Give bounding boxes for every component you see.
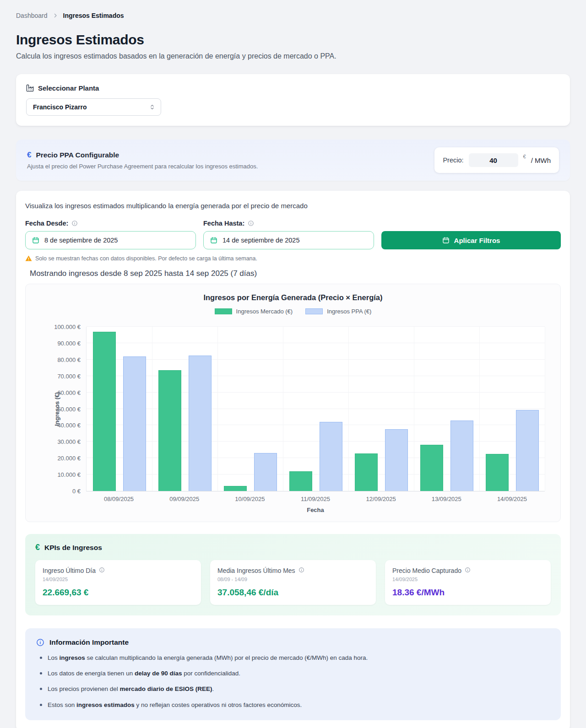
kpi-label-row: Media Ingresos Último Mes xyxy=(217,566,369,575)
info-bullet: Los datos de energía tienen un delay de … xyxy=(40,669,550,678)
bar-mercado[interactable] xyxy=(420,445,443,491)
bar-group xyxy=(479,327,545,491)
ppa-description: Ajusta el precio del Power Purchase Agre… xyxy=(27,163,258,170)
bar-group xyxy=(217,327,283,491)
info-icon[interactable] xyxy=(99,566,105,575)
legend-item-0[interactable]: Ingresos Mercado (€) xyxy=(215,308,293,315)
y-axis-tick-label: 60.000 € xyxy=(57,389,81,396)
page-title: Ingresos Estimados xyxy=(16,32,570,48)
kpi-title: KPIs de Ingresos xyxy=(44,544,102,552)
x-axis-tick-label: 12/09/2025 xyxy=(348,496,414,502)
legend-item-1[interactable]: Ingresos PPA (€) xyxy=(305,308,371,315)
kpi-value: 18.36 €/MWh xyxy=(392,588,543,598)
warning-icon xyxy=(25,255,32,262)
bar-group xyxy=(87,327,152,491)
euro-icon: € xyxy=(27,151,31,160)
ppa-title: Precio PPA Configurable xyxy=(36,151,119,159)
y-axis-tick-label: 100.000 € xyxy=(54,324,81,330)
kpi-label-row: Ingreso Último Día xyxy=(43,566,194,575)
chart-x-labels: 08/09/202509/09/202510/09/202511/09/2025… xyxy=(86,496,545,502)
info-icon[interactable] xyxy=(71,220,78,226)
date-from-input[interactable]: 8 de septiembre de 2025 xyxy=(25,231,196,249)
chart-bars xyxy=(87,327,545,491)
legend-label: Ingresos PPA (€) xyxy=(327,308,371,315)
date-to-input[interactable]: 14 de septiembre de 2025 xyxy=(203,231,374,249)
factory-icon xyxy=(26,84,34,92)
bar-ppa[interactable] xyxy=(450,421,473,491)
main-card: Visualiza los ingresos estimados multipl… xyxy=(16,191,570,728)
bar-ppa[interactable] xyxy=(254,453,277,491)
y-axis-tick-label: 20.000 € xyxy=(57,455,81,462)
date-to-label-row: Fecha Hasta: xyxy=(203,220,374,227)
plant-selector-label: Seleccionar Planta xyxy=(38,84,99,92)
bar-ppa[interactable] xyxy=(320,422,342,491)
kpi-header: € KPIs de Ingresos xyxy=(35,543,551,552)
bar-group xyxy=(152,327,217,491)
bar-mercado[interactable] xyxy=(224,486,247,491)
date-to-label: Fecha Hasta: xyxy=(203,220,244,227)
kpi-label: Media Ingresos Último Mes xyxy=(217,567,295,574)
y-axis-tick-label: 90.000 € xyxy=(57,340,81,346)
bar-mercado[interactable] xyxy=(486,454,509,491)
bar-ppa[interactable] xyxy=(516,410,539,491)
breadcrumb-dashboard[interactable]: Dashboard xyxy=(16,12,48,19)
y-axis-tick-label: 70.000 € xyxy=(57,372,81,379)
date-from-value: 8 de septiembre de 2025 xyxy=(44,237,118,244)
chart-legend: Ingresos Mercado (€)Ingresos PPA (€) xyxy=(32,308,554,315)
bar-ppa[interactable] xyxy=(385,429,408,491)
y-axis-tick-label: 40.000 € xyxy=(57,422,81,429)
bar-mercado[interactable] xyxy=(289,471,312,491)
date-from-label: Fecha Desde: xyxy=(25,220,68,227)
kpi-panel: € KPIs de Ingresos Ingreso Último Día14/… xyxy=(25,534,561,615)
kpi-label: Ingreso Último Día xyxy=(43,567,96,574)
ppa-text: € Precio PPA Configurable Ajusta el prec… xyxy=(27,151,258,170)
info-title: Información Importante xyxy=(49,638,129,647)
kpi-period: 14/09/2025 xyxy=(43,577,194,582)
filter-warning-text: Solo se muestran fechas con datos dispon… xyxy=(35,255,257,262)
price-label: Precio: xyxy=(443,156,463,164)
bar-group xyxy=(348,327,414,491)
y-axis-tick-label: 30.000 € xyxy=(57,438,81,445)
info-icon[interactable] xyxy=(465,566,471,575)
info-icon[interactable] xyxy=(248,220,254,226)
ppa-title-row: € Precio PPA Configurable xyxy=(27,151,258,160)
plant-select[interactable]: Francisco Pizarro xyxy=(26,98,161,116)
breadcrumb-current: Ingresos Estimados xyxy=(63,12,124,19)
chart-title: Ingresos por Energía Generada (Precio × … xyxy=(32,293,554,302)
bar-mercado[interactable] xyxy=(93,332,116,491)
plant-selector-card: Seleccionar Planta Francisco Pizarro xyxy=(16,74,570,126)
chevron-right-icon xyxy=(53,13,58,18)
kpi-card-0: Ingreso Último Día14/09/202522.669,63 € xyxy=(35,560,201,605)
legend-swatch xyxy=(215,308,232,314)
kpi-label: Precio Medio Capturado xyxy=(392,567,461,574)
bar-ppa[interactable] xyxy=(189,356,212,491)
date-to-value: 14 de septiembre de 2025 xyxy=(222,237,300,244)
y-axis-tick-label: 50.000 € xyxy=(57,405,81,412)
bar-group xyxy=(283,327,348,491)
ppa-price-box: Precio: € / MWh xyxy=(434,147,559,173)
x-axis-tick-label: 11/09/2025 xyxy=(282,496,348,502)
x-axis-title: Fecha xyxy=(86,507,545,513)
info-icon[interactable] xyxy=(298,566,304,575)
select-chevrons-icon xyxy=(149,103,155,111)
x-axis-tick-label: 14/09/2025 xyxy=(479,496,545,502)
kpi-period: 14/09/2025 xyxy=(392,577,543,582)
info-bullet: Los ingresos se calculan multiplicando l… xyxy=(40,654,550,662)
filters: Fecha Desde: Fecha Hasta: 8 de septiembr… xyxy=(25,220,561,249)
bar-mercado[interactable] xyxy=(158,370,181,491)
page-subtitle: Calcula los ingresos estimados basados e… xyxy=(16,52,570,60)
bar-mercado[interactable] xyxy=(355,453,378,491)
x-axis-tick-label: 13/09/2025 xyxy=(414,496,479,502)
filter-warning: Solo se muestran fechas con datos dispon… xyxy=(25,255,561,262)
y-axis-tick-label: 0 € xyxy=(72,488,81,495)
calendar-icon xyxy=(442,237,450,244)
apply-filters-button[interactable]: Aplicar Filtros xyxy=(381,231,561,249)
bar-ppa[interactable] xyxy=(123,356,146,491)
calendar-icon xyxy=(210,237,217,244)
calendar-icon xyxy=(32,237,39,244)
ppa-price-input[interactable] xyxy=(469,153,518,167)
price-unit: / MWh xyxy=(531,156,551,164)
chart-intro-text: Visualiza los ingresos estimados multipl… xyxy=(25,202,561,210)
kpi-cards: Ingreso Último Día14/09/202522.669,63 €M… xyxy=(35,560,551,605)
gridline-v xyxy=(545,327,545,491)
